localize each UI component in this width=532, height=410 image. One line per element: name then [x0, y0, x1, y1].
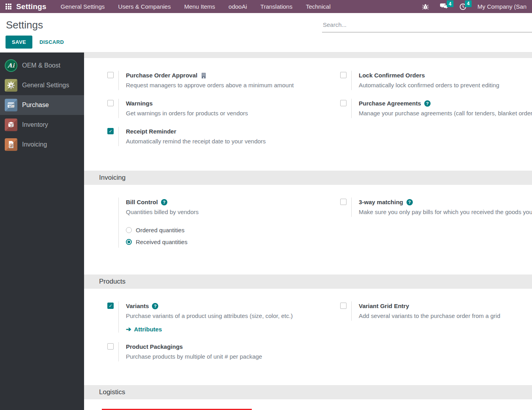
invoicing-document-icon: $ [5, 138, 17, 151]
sidebar-item-label: General Settings [22, 82, 69, 89]
setting-description: Purchase variants of a product using att… [126, 311, 293, 321]
setting-purchase-agreements: ✓ Purchase Agreements ? Manage your purc… [335, 99, 532, 118]
setting-warnings: ✓ Warnings Get warnings in orders for pr… [84, 99, 335, 118]
section-logistics: ✓ Vendor Default Picking Incoming Done [84, 399, 532, 410]
setting-label: Variants [126, 301, 149, 311]
help-icon[interactable]: ? [161, 199, 167, 205]
setting-label: Variant Grid Entry [359, 301, 409, 311]
setting-description: Manage your purchase agreements (call fo… [359, 108, 532, 118]
enterprise-building-icon [200, 72, 207, 79]
setting-description: Request managers to approve orders above… [126, 80, 294, 90]
setting-label: Lock Confirmed Orders [359, 71, 425, 80]
lock-confirmed-orders-checkbox[interactable]: ✓ [340, 72, 347, 78]
page-title: Settings [6, 19, 43, 31]
help-icon[interactable]: ? [406, 199, 413, 205]
bug-icon[interactable] [422, 4, 429, 10]
setting-purchase-order-approval: ✓ Purchase Order Approval Request manage… [84, 71, 335, 90]
product-packagings-checkbox[interactable]: ✓ [107, 343, 114, 350]
setting-receipt-reminder: ✓ Receipt Reminder Automatically remind … [84, 127, 335, 146]
ordered-quantities-radio[interactable] [126, 227, 132, 233]
inventory-box-icon [5, 118, 17, 131]
purchase-card-icon [5, 99, 17, 111]
bill-control-options: Ordered quantities Received quantities [126, 224, 199, 248]
sidebar-item-label: Invoicing [22, 141, 47, 148]
menu-menu-items[interactable]: Menu Items [184, 3, 215, 10]
three-way-matching-checkbox[interactable]: ✓ [340, 199, 347, 205]
section-orders: ✓ Purchase Order Approval Request manage… [84, 58, 532, 171]
app-title[interactable]: Settings [16, 2, 47, 11]
menu-technical[interactable]: Technical [306, 3, 331, 10]
sidebar-item-label: OEM & Boost [22, 62, 60, 69]
help-icon[interactable]: ? [152, 303, 158, 309]
search-input[interactable] [322, 18, 532, 32]
sidebar-item-oem-boost[interactable]: Ai OEM & Boost [0, 56, 84, 75]
arrow-right-icon: ➔ [126, 326, 131, 333]
variants-checkbox[interactable]: ✓ [107, 303, 114, 309]
purchase-order-approval-checkbox[interactable]: ✓ [107, 72, 114, 78]
section-invoicing: Bill Control ? Quantities billed by vend… [84, 185, 532, 275]
setting-label: Warnings [126, 99, 153, 108]
gear-icon [5, 79, 17, 92]
setting-label: Receipt Reminder [126, 127, 176, 136]
company-switcher[interactable]: My Company (San [478, 3, 526, 10]
setting-label: Purchase Agreements [359, 99, 421, 108]
setting-variant-grid-entry: ✓ Variant Grid Entry Add several variant… [335, 301, 532, 321]
svg-text:$: $ [10, 143, 12, 147]
section-header-invoicing: Invoicing [84, 171, 532, 185]
apps-grid-icon[interactable] [6, 4, 11, 9]
setting-bill-control: Bill Control ? Quantities billed by vend… [84, 197, 335, 248]
section-header-logistics: Logistics [84, 385, 532, 399]
sidebar-item-invoicing[interactable]: $ Invoicing [0, 135, 84, 154]
sidebar-item-inventory[interactable]: Inventory [0, 115, 84, 135]
help-icon[interactable]: ? [424, 100, 431, 107]
setting-lock-confirmed-orders: ✓ Lock Confirmed Orders Automatically lo… [335, 71, 532, 90]
setting-label: Purchase Order Approval [126, 71, 197, 80]
messages-badge: 4 [447, 0, 453, 7]
variant-grid-entry-checkbox[interactable]: ✓ [340, 303, 347, 309]
top-navbar: Settings General Settings Users & Compan… [0, 0, 532, 13]
sidebar-item-general-settings[interactable]: General Settings [0, 75, 84, 95]
received-quantities-radio[interactable] [126, 239, 132, 245]
setting-variants: ✓ Variants ? Purchase variants of a prod… [84, 301, 335, 333]
menu-odooai[interactable]: odooAi [229, 3, 247, 10]
settings-sidebar: Ai OEM & Boost General Settings Purchase… [0, 53, 84, 410]
ai-logo-icon: Ai [5, 59, 17, 72]
setting-three-way-matching: ✓ 3-way matching ? Make sure you only pa… [335, 197, 532, 217]
setting-description: Make sure you only pay bills for which y… [359, 207, 532, 217]
setting-label: 3-way matching [359, 197, 403, 207]
sidebar-item-label: Inventory [22, 121, 48, 128]
receipt-reminder-checkbox[interactable]: ✓ [107, 128, 114, 134]
warnings-checkbox[interactable]: ✓ [107, 100, 114, 106]
setting-description: Add several variants to the purchase ord… [359, 311, 532, 321]
setting-label: Bill Control [126, 197, 158, 207]
setting-label: Product Packagings [126, 342, 183, 352]
activities-badge: 4 [465, 0, 472, 7]
section-header-products: Products [84, 275, 532, 289]
settings-content: Orders ✓ Purchase Order Approval Request… [84, 53, 532, 410]
radio-label: Received quantities [136, 239, 187, 245]
attributes-link[interactable]: ➔ Attributes [126, 326, 293, 333]
setting-description: Purchase products by multiple of unit # … [126, 352, 262, 361]
menu-general-settings[interactable]: General Settings [61, 3, 105, 10]
purchase-agreements-checkbox[interactable]: ✓ [340, 100, 347, 106]
search-box [322, 18, 532, 32]
sidebar-item-label: Purchase [22, 102, 49, 109]
setting-description: Get warnings in orders for products or v… [126, 108, 248, 118]
activities-clock-icon[interactable]: 4 [459, 3, 466, 10]
setting-description: Quantities billed by vendors [126, 207, 199, 217]
section-products: ✓ Variants ? Purchase variants of a prod… [84, 289, 532, 385]
menu-translations[interactable]: Translations [260, 3, 292, 10]
setting-description: Automatically lock confirmed orders to p… [359, 80, 532, 90]
section-header-orders: Orders [84, 53, 532, 58]
messages-icon[interactable]: 4 [440, 3, 448, 10]
save-button[interactable]: SAVE [6, 36, 32, 49]
menu-users-companies[interactable]: Users & Companies [118, 3, 170, 10]
setting-product-packagings: ✓ Product Packagings Purchase products b… [84, 342, 335, 361]
setting-description: Automatically remind the receipt date to… [126, 136, 266, 146]
discard-button[interactable]: DISCARD [39, 39, 64, 45]
navbar-right: 4 4 My Company (San [422, 3, 526, 10]
control-panel: Settings SAVE DISCARD [0, 13, 532, 53]
sidebar-item-purchase[interactable]: Purchase [0, 95, 84, 115]
top-menu: General Settings Users & Companies Menu … [61, 3, 331, 10]
radio-label: Ordered quantities [136, 227, 184, 233]
